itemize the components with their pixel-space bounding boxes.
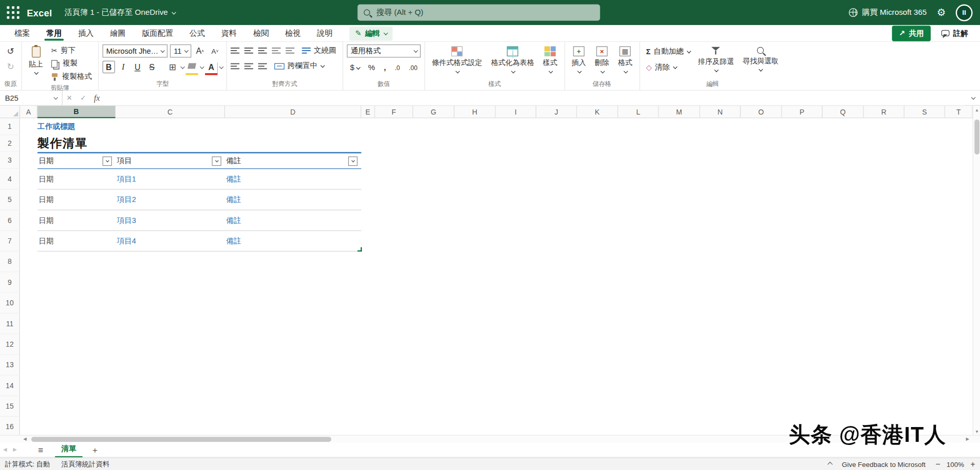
expand-formula-bar-chevron[interactable] bbox=[965, 96, 980, 99]
confirm-entry-button[interactable]: ✓ bbox=[76, 91, 90, 105]
font-size-select[interactable]: 11 bbox=[170, 44, 192, 58]
next-sheet-arrow[interactable]: ▶ bbox=[10, 447, 20, 453]
cell-styles-button[interactable]: 樣式 bbox=[540, 44, 560, 78]
select-all-corner[interactable] bbox=[0, 106, 20, 118]
column-header[interactable]: I bbox=[496, 106, 536, 118]
row-header[interactable]: 5 bbox=[0, 190, 20, 210]
column-header[interactable]: D bbox=[225, 106, 361, 118]
ribbon-tab[interactable]: 繪圖 bbox=[102, 25, 133, 41]
edit-mode-button[interactable]: ✎ 編輯 bbox=[349, 26, 392, 40]
column-header[interactable]: L bbox=[618, 106, 658, 118]
row-header[interactable]: 10 bbox=[0, 293, 20, 314]
cut-button[interactable]: ✂ 剪下 bbox=[49, 44, 94, 56]
table-header-cell[interactable]: 日期 bbox=[37, 153, 116, 168]
search-box[interactable] bbox=[357, 5, 600, 21]
table-row[interactable]: 日期 項目1 備註 bbox=[37, 169, 361, 189]
sheet-list-icon[interactable]: ≡ bbox=[34, 444, 48, 455]
item-cell[interactable]: 項目1 bbox=[116, 174, 225, 185]
formula-input[interactable] bbox=[104, 91, 965, 105]
table-resize-handle[interactable] bbox=[357, 247, 362, 252]
percent-format-button[interactable]: % bbox=[365, 61, 378, 74]
row-header[interactable]: 3 bbox=[0, 152, 20, 169]
grow-font-button[interactable]: A˄ bbox=[194, 44, 206, 57]
row-header[interactable]: 2 bbox=[0, 135, 20, 152]
italic-button[interactable]: I bbox=[117, 61, 129, 73]
row-header[interactable]: 8 bbox=[0, 252, 20, 272]
ribbon-tab[interactable]: 檢閱 bbox=[245, 25, 277, 41]
column-header[interactable]: C bbox=[116, 106, 225, 118]
row-header[interactable]: 12 bbox=[0, 334, 20, 354]
column-header[interactable]: E bbox=[361, 106, 375, 118]
increase-decimal-button[interactable]: .00 bbox=[405, 61, 420, 74]
row-header[interactable]: 15 bbox=[0, 396, 20, 417]
row-header[interactable]: 13 bbox=[0, 355, 20, 375]
undo-button[interactable]: ↺ bbox=[4, 44, 17, 58]
cell-b1-subtitle[interactable]: 工作或標題 bbox=[37, 118, 75, 135]
autosum-button[interactable]: Σ 自動加總 bbox=[644, 46, 693, 57]
zoom-in-button[interactable]: + bbox=[970, 459, 975, 468]
column-header[interactable]: N bbox=[700, 106, 740, 118]
workbook-stats-button[interactable]: 活頁簿統計資料 bbox=[61, 459, 109, 468]
column-header[interactable]: M bbox=[659, 106, 700, 118]
comments-button[interactable]: 註解 bbox=[936, 26, 974, 41]
ribbon-tab[interactable]: 常用 bbox=[38, 25, 70, 41]
column-header[interactable]: A bbox=[20, 106, 37, 118]
zoom-out-button[interactable]: − bbox=[936, 459, 940, 468]
status-expand-chevron[interactable] bbox=[827, 461, 832, 466]
number-format-select[interactable]: 通用格式 bbox=[347, 44, 421, 58]
note-cell[interactable]: 備註 bbox=[225, 236, 361, 247]
ribbon-tab[interactable]: 插入 bbox=[70, 25, 102, 41]
ribbon-tab[interactable]: 公式 bbox=[181, 25, 213, 41]
find-select-button[interactable]: 尋找與選取 bbox=[740, 44, 782, 78]
cell-b2-heading[interactable]: 製作清單 bbox=[37, 134, 87, 152]
insert-cells-button[interactable]: + 插入 bbox=[568, 44, 589, 78]
filter-dropdown-button[interactable] bbox=[103, 156, 112, 166]
align-bottom-icon[interactable] bbox=[258, 47, 267, 53]
buy-microsoft365-button[interactable]: 購買 Microsoft 365 bbox=[849, 7, 927, 18]
table-header-cell[interactable]: 備註 bbox=[225, 153, 361, 168]
ribbon-tab[interactable]: 檔案 bbox=[6, 25, 38, 41]
column-header[interactable]: F bbox=[375, 106, 414, 118]
settings-gear-icon[interactable]: ⚙ bbox=[937, 8, 946, 18]
clear-button[interactable]: ◇ 清除 bbox=[644, 61, 693, 73]
add-sheet-button[interactable]: + bbox=[89, 444, 101, 455]
copy-button[interactable]: 複製 bbox=[49, 58, 94, 70]
shrink-font-button[interactable]: A˅ bbox=[209, 44, 221, 57]
row-header[interactable]: 1 bbox=[0, 118, 20, 135]
chevron-down-icon[interactable] bbox=[219, 64, 224, 69]
sheet-tab-active[interactable]: 清單 bbox=[55, 442, 83, 457]
row-header[interactable]: 6 bbox=[0, 210, 20, 231]
note-cell[interactable]: 備註 bbox=[225, 215, 361, 226]
name-box[interactable]: B25 bbox=[0, 91, 62, 105]
date-cell[interactable]: 日期 bbox=[37, 236, 116, 247]
align-top-icon[interactable] bbox=[231, 47, 239, 53]
ribbon-tab[interactable]: 資料 bbox=[213, 25, 245, 41]
bold-button[interactable]: B bbox=[103, 61, 115, 73]
align-center-icon[interactable] bbox=[244, 63, 253, 69]
borders-button[interactable]: ⊞ bbox=[166, 61, 178, 73]
feedback-link[interactable]: Give Feedback to Microsoft bbox=[842, 460, 926, 468]
paste-button[interactable]: 貼上 bbox=[26, 44, 46, 83]
horizontal-scroll-thumb[interactable] bbox=[31, 437, 331, 442]
increase-indent-icon[interactable] bbox=[286, 47, 294, 53]
font-color-button[interactable]: A bbox=[205, 61, 217, 73]
date-cell[interactable]: 日期 bbox=[37, 215, 116, 226]
table-row[interactable]: 日期 項目3 備註 bbox=[37, 210, 361, 231]
vertical-scrollbar[interactable]: ▲ ▼ bbox=[973, 106, 980, 435]
item-cell[interactable]: 項目3 bbox=[116, 215, 225, 226]
prev-sheet-arrow[interactable]: ◀ bbox=[0, 447, 10, 453]
search-input[interactable] bbox=[375, 8, 594, 18]
row-header[interactable]: 14 bbox=[0, 375, 20, 396]
merge-center-button[interactable]: 跨欄置中 bbox=[272, 60, 326, 72]
row-header[interactable]: 9 bbox=[0, 272, 20, 293]
date-cell[interactable]: 日期 bbox=[37, 174, 116, 185]
ribbon-tab[interactable]: 版面配置 bbox=[134, 25, 181, 41]
column-header[interactable]: B bbox=[37, 106, 116, 118]
scroll-down-arrow[interactable]: ▼ bbox=[973, 428, 980, 435]
currency-format-button[interactable]: $ bbox=[347, 61, 363, 74]
column-header[interactable]: T bbox=[945, 106, 973, 118]
format-cells-button[interactable]: ▦ 格式 bbox=[615, 44, 635, 78]
format-painter-button[interactable]: 複製格式 bbox=[49, 71, 94, 82]
sort-filter-button[interactable]: 排序及篩選 bbox=[695, 44, 737, 78]
chevron-down-icon[interactable] bbox=[180, 64, 185, 69]
